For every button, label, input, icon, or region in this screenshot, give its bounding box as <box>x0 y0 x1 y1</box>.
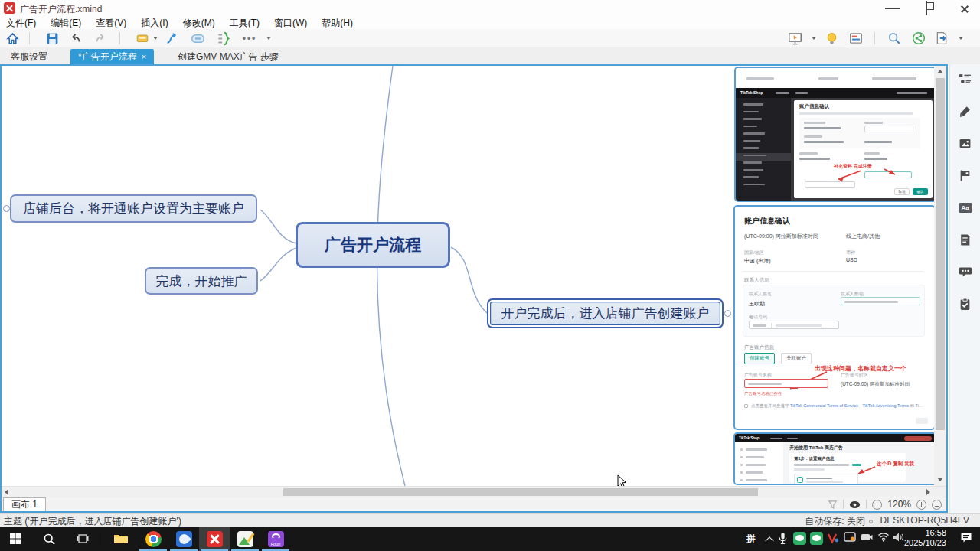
tab-customer-service[interactable]: 客服设置 <box>3 49 55 64</box>
export-button[interactable] <box>934 31 949 46</box>
share-button[interactable] <box>911 31 926 46</box>
task-view-button[interactable] <box>67 527 98 551</box>
outline-panel-button[interactable] <box>959 72 972 86</box>
image-panel-button[interactable] <box>959 136 972 150</box>
menu-tools[interactable]: 工具(T) <box>230 17 260 30</box>
redo-button[interactable] <box>93 31 109 46</box>
screen-app-tray-button[interactable] <box>844 532 856 543</box>
relationship-button[interactable] <box>164 31 179 46</box>
save-button[interactable] <box>44 31 60 46</box>
red-v-tray-button[interactable] <box>827 532 839 544</box>
boundary-button[interactable] <box>190 31 205 46</box>
ad-name-input[interactable] <box>744 379 828 388</box>
wechat2-tray-button[interactable] <box>810 532 823 545</box>
attached-screenshot-get-started[interactable]: TikTok Shop 开始使用 TikTok 商店广告 第1步：设置账户信息 <box>733 432 937 485</box>
chrome-button[interactable] <box>138 527 168 551</box>
undo-button[interactable] <box>67 31 83 46</box>
restore-button[interactable] <box>910 0 943 17</box>
home-button[interactable] <box>5 31 20 46</box>
file-explorer-button[interactable] <box>106 527 136 551</box>
wifi-tray-button[interactable] <box>877 532 890 542</box>
search-button[interactable] <box>887 31 902 46</box>
eye-icon[interactable] <box>849 500 861 509</box>
presentation-caret-icon[interactable] <box>812 37 816 40</box>
toolbar-separator <box>29 32 30 44</box>
central-topic[interactable]: 广告开户流程 <box>296 222 450 268</box>
vertical-scrollbar[interactable] <box>934 66 946 486</box>
comments-panel-button[interactable] <box>959 265 972 279</box>
attached-screenshot-seller-center[interactable]: TikTok Shop 账户信息确认 <box>734 67 937 202</box>
summary-button[interactable] <box>216 31 231 46</box>
topic-text: 店铺后台，将开通账户设置为主要账户 <box>23 200 244 217</box>
menu-view[interactable]: 查看(V) <box>96 17 126 30</box>
mindmap-canvas[interactable]: 店铺后台，将开通账户设置为主要账户 完成，开始推广 广告开户流程 开户完成后，进… <box>2 66 946 486</box>
horizontal-scrollbar[interactable] <box>2 486 946 497</box>
sheet-tab-canvas1[interactable]: 画布 1 <box>3 497 46 511</box>
camera-icon <box>861 532 873 542</box>
label-panel-button[interactable]: Aa <box>959 201 972 214</box>
topic-store-backend[interactable]: 店铺后台，将开通账户设置为主要账户 <box>10 194 257 223</box>
camera-tray-button[interactable] <box>861 532 873 542</box>
topic-open-account-selected[interactable]: 开户完成后，进入店铺广告创建账户 <box>487 298 724 328</box>
more-button[interactable]: ••• <box>242 31 257 46</box>
tab-gmv-max-steps[interactable]: 创建GMV MAX广告 步骤 <box>170 49 286 64</box>
collapse-handle[interactable] <box>724 310 731 317</box>
zoom-in-icon[interactable] <box>916 500 926 510</box>
summary-icon <box>217 31 231 46</box>
vertical-scroll-thumb[interactable] <box>936 78 945 430</box>
menu-edit[interactable]: 编辑(E) <box>51 17 81 30</box>
wechat-tray-button[interactable] <box>793 532 806 545</box>
scroll-down-icon[interactable] <box>937 478 943 481</box>
style-button[interactable] <box>135 31 150 46</box>
scroll-up-icon[interactable] <box>937 70 943 73</box>
export-caret-icon[interactable] <box>959 37 963 40</box>
tray-overflow-button[interactable] <box>764 532 775 546</box>
lightbulb-button[interactable] <box>824 31 839 46</box>
menu-help[interactable]: 帮助(H) <box>322 17 353 30</box>
attached-screenshot-account-form[interactable]: 账户信息确认 (UTC-09:00) 阿拉斯加标准时间 线上电商/其他 国家/地… <box>733 205 936 430</box>
zoom-out-icon[interactable] <box>872 500 882 510</box>
scroll-right-icon[interactable] <box>926 489 930 495</box>
tab-ad-account-flow[interactable]: *广告开户流程× <box>70 49 154 64</box>
foun-app-button[interactable]: Foun <box>260 527 291 551</box>
microphone-tray-button[interactable] <box>778 532 788 545</box>
zoom-fit-icon[interactable] <box>932 500 942 510</box>
topic-start-promo[interactable]: 完成，开始推广 <box>145 267 258 295</box>
blue-swirl-app-icon <box>176 531 192 547</box>
tasks-panel-button[interactable] <box>959 297 972 311</box>
format-panel-button[interactable] <box>959 104 972 118</box>
action-center-button[interactable] <box>960 532 972 543</box>
taskbar-clock[interactable]: 16:58 2025/10/23 <box>904 528 946 548</box>
status-panel-button[interactable] <box>848 31 864 46</box>
xmind-taskbar-button[interactable] <box>199 527 230 551</box>
filter-icon[interactable] <box>828 500 838 510</box>
menu-insert[interactable]: 插入(I) <box>141 17 168 30</box>
tab-close-icon[interactable]: × <box>142 52 146 61</box>
terms-link[interactable]: TikTok Commercial Terms of Service <box>790 403 858 408</box>
collapse-handle[interactable] <box>3 205 10 212</box>
redo-icon <box>94 31 108 45</box>
menu-file[interactable]: 文件(F) <box>6 17 36 30</box>
volume-tray-button[interactable] <box>893 532 904 543</box>
terms-link[interactable]: TikTok Advertising Terms <box>862 403 909 408</box>
marker-panel-button[interactable] <box>959 168 972 182</box>
menu-modify[interactable]: 修改(M) <box>183 17 215 30</box>
minimize-button[interactable] <box>876 0 910 17</box>
presentation-button[interactable] <box>787 31 802 46</box>
scroll-left-icon[interactable] <box>5 489 8 495</box>
terms-checkbox[interactable] <box>744 404 748 408</box>
image-viewer-button[interactable] <box>230 527 260 551</box>
style-dropdown-caret-icon[interactable] <box>153 37 158 40</box>
taskbar-search-button[interactable] <box>34 527 64 551</box>
ime-indicator[interactable]: 拼 <box>744 532 758 546</box>
notes-panel-button[interactable] <box>959 233 972 246</box>
close-button[interactable] <box>943 0 977 17</box>
menu-window[interactable]: 窗口(W) <box>274 17 307 30</box>
ad-name-label: 广告账号名称 <box>744 372 772 379</box>
more-dropdown-caret-icon[interactable] <box>266 37 271 40</box>
confirm-button[interactable]: 确认 <box>913 188 928 195</box>
cancel-button[interactable]: 取消 <box>894 188 910 195</box>
start-button[interactable] <box>0 527 31 551</box>
horizontal-scroll-thumb[interactable] <box>283 488 758 496</box>
blue-swirl-app-button[interactable] <box>168 527 199 551</box>
